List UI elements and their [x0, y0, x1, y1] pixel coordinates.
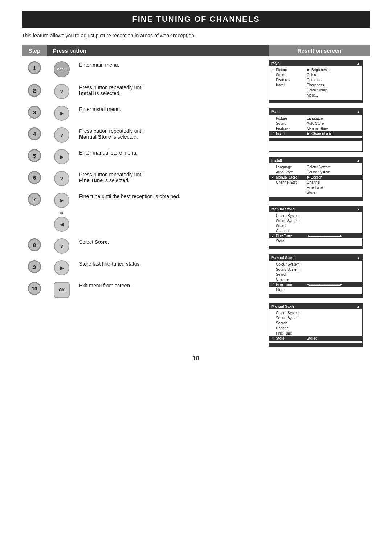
screen-row: Channel Edit Channel	[269, 180, 362, 185]
step-row-2: 2 V Press button repeatedly until Instal…	[22, 80, 261, 102]
step-btn-10: OK	[47, 281, 76, 298]
screen-row: Features Manual Store	[269, 126, 362, 131]
screen-row: Features Contrast	[269, 77, 362, 82]
step-row-3: 3 ▶ Enter install menu.	[22, 102, 261, 124]
screen-row: Search	[269, 272, 362, 277]
result-header: Result on screen	[269, 45, 370, 56]
step-circle-5: 5	[28, 149, 41, 162]
screen-3: Install ▲ Language Colour System Auto St…	[269, 157, 363, 201]
screen-3-header: Install ▲	[269, 158, 362, 163]
column-headers: Step Press button Result on screen	[22, 45, 370, 56]
step-header: Step	[22, 45, 47, 56]
screen-row: Sound Auto Store	[269, 121, 362, 126]
step-circle-10: 10	[28, 282, 41, 295]
step-desc-9: Store last fine-tuned status.	[76, 259, 261, 268]
screen-row: ✓ Install ▶ Channel edit	[269, 131, 362, 136]
screen-3-footer	[269, 197, 362, 200]
screen-row: Store	[269, 287, 362, 292]
step-desc-4: Press button repeatedly until Manual Sto…	[76, 127, 261, 141]
down-button-4[interactable]: V	[54, 127, 69, 143]
screen-3-body: Language Colour System Auto Store Sound …	[269, 163, 362, 196]
step-desc-1: Enter main menu.	[76, 61, 261, 69]
step-circle-1: 1	[28, 61, 41, 74]
screen-row: Picture Language	[269, 116, 362, 121]
step-row-5: 5 ▶ Enter manual store menu.	[22, 146, 261, 167]
step-circle-7: 7	[28, 193, 41, 206]
screen-row: Channel	[269, 277, 362, 282]
step-btn-9: ▶	[47, 259, 76, 275]
right-button-7[interactable]: ▶	[54, 193, 69, 208]
screen-row: Search	[269, 223, 362, 228]
step-desc-8: Select Store.	[76, 238, 261, 246]
step-num-1: 1	[22, 61, 47, 74]
step-btn-8: V	[47, 238, 76, 254]
screen-row: Store	[269, 190, 362, 195]
ok-button[interactable]: OK	[54, 282, 70, 298]
screen-6-footer	[269, 343, 362, 346]
screen-1-footer	[269, 100, 362, 103]
screen-5-header: Manual Store ▲	[269, 255, 362, 261]
screen-4: Manual Store ▲ Colour System Sound Syste…	[269, 206, 363, 249]
press-header: Press button	[47, 45, 269, 56]
step-num-3: 3	[22, 105, 47, 119]
screen-row: Install Sharpness	[269, 82, 362, 87]
step-row-4: 4 V Press button repeatedly until Manual…	[22, 124, 261, 146]
step-row-9: 9 ▶ Store last fine-tuned status.	[22, 257, 261, 278]
screen-row: More...	[269, 93, 362, 98]
down-button-2[interactable]: V	[54, 84, 69, 99]
down-button-6[interactable]: V	[54, 171, 69, 186]
left-button-7[interactable]: ◀	[54, 217, 69, 232]
screen-2: Main ▲ Picture Language Sound Auto Store…	[269, 108, 363, 152]
screen-5-footer	[269, 294, 362, 297]
step-circle-9: 9	[28, 260, 41, 273]
screen-6: Manual Store ▲ Colour System Sound Syste…	[269, 303, 363, 347]
screen-row: Sound System	[269, 218, 362, 223]
screen-row: Fine Tune	[269, 331, 362, 336]
step-num-8: 8	[22, 238, 47, 251]
step-row-8: 8 V Select Store.	[22, 235, 261, 257]
screen-row: Search	[269, 320, 362, 325]
screen-row: Sound Colour	[269, 72, 362, 77]
screen-1: Main ▲ ✓ Picture ▶ Brightness Sound Colo…	[269, 60, 363, 103]
screen-row: ✓ Store Stored	[269, 336, 362, 341]
screen-4-footer	[269, 246, 362, 249]
step-desc-2: Press button repeatedly until Install is…	[76, 83, 261, 98]
step-row-10: 10 OK Exit menu from screen.	[22, 278, 261, 301]
step-row-6: 6 V Press button repeatedly until Fine T…	[22, 167, 261, 189]
screen-2-body: Picture Language Sound Auto Store Featur…	[269, 115, 362, 137]
screen-row: Auto Store Sound System	[269, 169, 362, 175]
screen-4-header: Manual Store ▲	[269, 206, 362, 212]
page-title: FINE TUNING OF CHANNELS	[132, 15, 260, 24]
screen-row: Fine Tune	[269, 185, 362, 190]
step-num-4: 4	[22, 127, 47, 140]
step-btn-7: ▶ or ◀	[47, 192, 76, 232]
screen-row: Sound System	[269, 267, 362, 272]
step-circle-3: 3	[28, 106, 41, 119]
step-circle-2: 2	[28, 84, 41, 97]
screen-row: ✓ Fine Tune ◄▬▬▬▬▬▬▬▬▬▬▬▬►	[269, 233, 362, 238]
screen-row: Store	[269, 238, 362, 243]
right-button-5[interactable]: ▶	[54, 149, 69, 164]
screen-2-header: Main ▲	[269, 109, 362, 115]
menu-button[interactable]: MENU	[54, 61, 70, 77]
right-button-9[interactable]: ▶	[54, 260, 69, 275]
screen-row: Colour System	[269, 310, 362, 315]
screen-6-header: Manual Store ▲	[269, 304, 362, 309]
step-circle-6: 6	[28, 171, 41, 184]
or-label-7: or	[60, 210, 64, 214]
step-btn-3: ▶	[47, 105, 76, 121]
step-btn-5: ▶	[47, 148, 76, 164]
step-num-6: 6	[22, 170, 47, 184]
main-content: 1 MENU Enter main menu. 2 V Press	[22, 58, 370, 347]
right-button-3[interactable]: ▶	[54, 106, 69, 121]
screen-2-footer	[269, 138, 362, 141]
screen-6-body: Colour System Sound System Search Channe…	[269, 309, 362, 342]
page-number: 18	[22, 355, 370, 362]
down-button-8[interactable]: V	[54, 238, 69, 254]
subtitle: This feature allows you to adjust pictur…	[22, 33, 370, 38]
step-btn-6: V	[47, 170, 76, 186]
step-circle-4: 4	[28, 127, 41, 140]
step-num-5: 5	[22, 148, 47, 162]
step-desc-7: Fine tune until the best reception is ob…	[76, 192, 261, 201]
step-desc-3: Enter install menu.	[76, 105, 261, 114]
